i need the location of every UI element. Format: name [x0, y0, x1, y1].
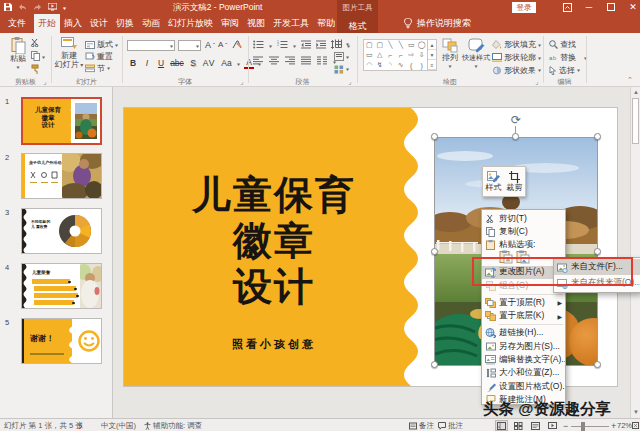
tab-view[interactable]: 视图	[243, 14, 269, 33]
replace-button[interactable]: ab替换▾	[549, 52, 587, 63]
minimize-button[interactable]: ─	[584, 2, 594, 12]
normal-view-icon[interactable]	[495, 420, 508, 431]
language-status[interactable]: 中文(中国)	[101, 421, 136, 431]
tab-format[interactable]: 格式	[337, 19, 378, 33]
menu-item-size-position[interactable]: 大小和位置(Z)...	[482, 367, 565, 380]
slideshow-icon[interactable]	[546, 420, 559, 431]
shapes-gallery[interactable]: ▢▢╲╲▭◯ ▭△⌐⌐⇨⇩ ◠↯◝∿() ▲▼≡	[363, 39, 437, 71]
menu-item-format-picture[interactable]: 设置图片格式(O)...	[482, 380, 565, 393]
tab-home[interactable]: 开始	[34, 14, 60, 33]
tab-slideshow[interactable]: 幻灯片放映	[164, 14, 217, 33]
menu-item-send-to-back[interactable]: 置于底层(K) ▶	[482, 309, 565, 322]
zoom-in-button[interactable]: +	[611, 421, 616, 431]
handle-top-right[interactable]	[594, 133, 601, 140]
tab-help[interactable]: 帮助	[313, 14, 339, 33]
slide-thumbnail-1[interactable]: 儿童保育 徽章 设计	[21, 97, 102, 145]
slide-thumbnail-4[interactable]: 儿童荣誉	[21, 263, 102, 309]
increase-font-button[interactable]: Aˆ	[205, 40, 215, 50]
spell-check-icon[interactable]: ab	[77, 421, 85, 429]
font-size-combo[interactable]: ▾	[178, 40, 201, 51]
character-spacing-button[interactable]: AV	[202, 58, 216, 68]
slide-thumbnail-2[interactable]: 亲子幼儿户外活动	[21, 153, 102, 199]
menu-item-edit-alt-text[interactable]: 编辑替换文字(A)...	[482, 353, 565, 366]
decrease-font-button[interactable]: Aˇ	[218, 40, 227, 49]
copy-button[interactable]: ▾	[31, 51, 45, 61]
notes-button[interactable]: 备注	[409, 421, 434, 431]
align-text-button[interactable]: ▾	[334, 52, 349, 61]
text-direction-button[interactable]: ▾	[334, 39, 349, 48]
scrollbar-thumb[interactable]	[632, 98, 639, 144]
handle-top-center[interactable]	[512, 133, 519, 140]
picture-style-button[interactable]: 样式	[483, 167, 504, 196]
customize-qat-icon[interactable]: ▾	[63, 4, 66, 10]
reset-button[interactable]: 重置	[85, 51, 113, 62]
zoom-slider-track[interactable]	[571, 426, 609, 427]
italic-button[interactable]: I	[142, 58, 152, 68]
text-shadow-button[interactable]: S	[188, 58, 198, 68]
slide-title[interactable]: 儿童保育 徽章 设计	[134, 172, 414, 310]
rotation-handle-icon[interactable]: ⟳	[509, 113, 523, 127]
slide-subtitle[interactable]: 照看小孩创意	[134, 337, 414, 352]
numbering-caret[interactable]: ▾	[293, 43, 296, 49]
fit-to-window-icon[interactable]	[632, 422, 639, 429]
paste-button[interactable]: 粘贴 ▾	[6, 37, 30, 70]
quick-styles-button[interactable]: 快速样式 ▾	[462, 38, 490, 69]
ribbon-display-options-icon[interactable]	[562, 2, 572, 12]
handle-top-left[interactable]	[431, 133, 438, 140]
convert-smartart-button[interactable]: ▾	[334, 65, 349, 74]
menu-item-save-as-picture[interactable]: 另存为图片(S)...	[482, 340, 565, 353]
menu-item-bring-to-front[interactable]: 置于顶层(R) ▶	[482, 296, 565, 309]
font-dialog-launcher[interactable]: ⌟	[238, 78, 246, 86]
slide-thumbnail-3[interactable]: 不同年龄的儿 童收费	[21, 208, 102, 254]
tab-file[interactable]: 文件	[0, 14, 34, 33]
crop-button[interactable]: 裁剪	[504, 167, 525, 196]
menu-item-copy[interactable]: 复制(C)	[482, 225, 565, 238]
reading-view-icon[interactable]	[529, 420, 542, 431]
menu-item-hyperlink[interactable]: 超链接(H)...	[482, 327, 565, 340]
handle-middle-right[interactable]	[594, 248, 601, 255]
layout-button[interactable]: 版式▾	[85, 39, 118, 50]
shape-effects-button[interactable]: 形状效果▾	[492, 65, 541, 76]
select-button[interactable]: 选择▾	[549, 65, 580, 76]
align-right-button[interactable]	[285, 56, 295, 67]
tab-review[interactable]: 审阅	[217, 14, 243, 33]
change-case-button[interactable]: Aa	[220, 58, 233, 68]
new-slide-button[interactable]: 新建 幻灯片 ▾	[55, 37, 83, 70]
slide-thumbnail-5[interactable]: 谢谢！	[21, 318, 102, 364]
shape-outline-button[interactable]: 形状轮廓▾	[492, 52, 541, 63]
zoom-level[interactable]: 72%	[617, 421, 632, 430]
zoom-out-button[interactable]: −	[563, 421, 568, 431]
shapes-scrollbar[interactable]: ▲▼≡	[427, 40, 436, 70]
tab-animations[interactable]: 动画	[138, 14, 164, 33]
zoom-slider-thumb[interactable]	[581, 422, 585, 431]
tab-transitions[interactable]: 切换	[112, 14, 138, 33]
bullets-caret[interactable]: ▾	[269, 43, 272, 49]
format-painter-button[interactable]	[31, 64, 41, 74]
numbering-button[interactable]: 12	[277, 40, 288, 51]
tab-insert[interactable]: 插入	[60, 14, 86, 33]
slide-number-status[interactable]: 幻灯片 第 1 张，共 5 张	[4, 421, 83, 431]
tell-me-box[interactable]: 操作说明搜索	[404, 14, 471, 33]
tab-design[interactable]: 设计	[86, 14, 112, 33]
vertical-scrollbar[interactable]: ▲ ▼	[630, 87, 640, 418]
undo-icon[interactable]	[18, 3, 27, 11]
close-button[interactable]: ✕	[628, 2, 638, 12]
underline-button[interactable]: U	[156, 58, 166, 68]
menu-item-cut[interactable]: 剪切(T)	[482, 212, 565, 225]
font-name-combo[interactable]: ▾	[127, 40, 175, 51]
decrease-indent-button[interactable]	[301, 40, 311, 51]
handle-bottom-left[interactable]	[431, 361, 438, 368]
maximize-button[interactable]	[606, 2, 616, 12]
justify-button[interactable]	[301, 56, 311, 67]
increase-indent-button[interactable]	[316, 40, 326, 51]
save-icon[interactable]	[4, 3, 12, 11]
handle-bottom-right[interactable]	[594, 361, 601, 368]
slide-sorter-icon[interactable]	[512, 420, 525, 431]
drawing-dialog-launcher[interactable]: ⌟	[533, 78, 541, 86]
cut-button[interactable]	[31, 38, 40, 47]
comments-button[interactable]: 批注	[438, 421, 463, 431]
shape-fill-button[interactable]: 形状填充▾	[492, 39, 541, 50]
section-button[interactable]: 节▾	[85, 63, 110, 74]
handle-middle-left[interactable]	[431, 248, 438, 255]
accessibility-status[interactable]: 辅助功能: 调查	[144, 421, 202, 431]
